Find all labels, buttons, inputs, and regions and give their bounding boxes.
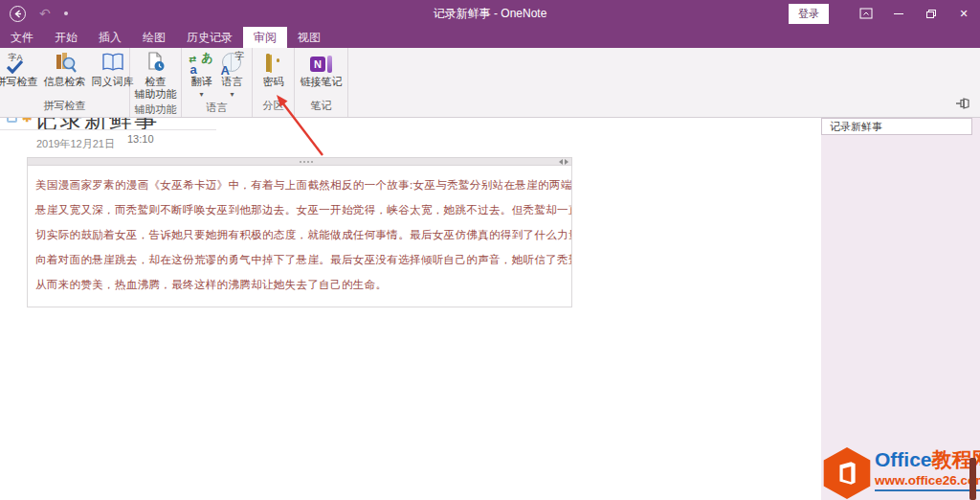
tab-history[interactable]: 历史记录 bbox=[176, 27, 243, 48]
watermark-red-bar bbox=[969, 458, 976, 500]
ribbon-group-notes: N 链接笔记 笔记 bbox=[295, 48, 348, 117]
tab-home[interactable]: 开始 bbox=[44, 27, 88, 48]
ribbon-group-section: 密码 分区 bbox=[253, 48, 295, 117]
page-time: 13:10 bbox=[127, 133, 154, 145]
translate-icon: ⇄ あ a bbox=[189, 53, 214, 76]
resize-horizontal-icon[interactable] bbox=[559, 159, 568, 165]
watermark-brand-en: Office bbox=[875, 448, 932, 470]
research-icon bbox=[54, 52, 77, 77]
spell-check-icon: 字A bbox=[6, 53, 29, 76]
tab-insert[interactable]: 插入 bbox=[88, 27, 132, 48]
titlebar: ↶ 记录新鲜事 - OneNote 登录 ✕ bbox=[0, 0, 980, 27]
window-controls: 登录 ✕ bbox=[789, 0, 980, 27]
ribbon-group-spelling: 字A 拼写检查 信息检索 bbox=[0, 48, 130, 117]
spell-check-label: 拼写检查 bbox=[0, 76, 38, 88]
translate-dropdown-icon[interactable]: ▾ bbox=[199, 90, 203, 99]
tab-file[interactable]: 文件 bbox=[0, 27, 44, 48]
ribbon-group-accessibility: 检查 辅助功能 辅助功能 bbox=[130, 48, 182, 117]
group-label-spelling: 拼写检查 bbox=[0, 98, 129, 117]
note-text-line: 从而来的赞美，热血沸腾，最终这样的沸腾却让她失去了自己的生命。 bbox=[35, 272, 564, 297]
page-list-panel: 记录新鲜事 bbox=[821, 118, 980, 500]
language-icon: A 字 bbox=[220, 53, 245, 76]
note-text-line: 美国漫画家罗素的漫画《女巫希卡迈》中，有着与上面截然相反的一个故事:女巫与秃鹫分… bbox=[35, 172, 564, 197]
signin-button[interactable]: 登录 bbox=[789, 4, 829, 24]
office-tutorial-logo-icon bbox=[821, 447, 873, 499]
watermark-url: www.office26.com bbox=[875, 472, 980, 491]
group-label-section: 分区 bbox=[253, 98, 294, 117]
note-body[interactable]: 美国漫画家罗素的漫画《女巫希卡迈》中，有着与上面截然相反的一个故事:女巫与秃鹫分… bbox=[27, 166, 572, 307]
onenote-window: ↶ 记录新鲜事 - OneNote 登录 ✕ 文件 开始 插入 绘图 历史记录 … bbox=[0, 0, 980, 500]
tab-view[interactable]: 视图 bbox=[287, 27, 331, 48]
check-accessibility-button[interactable]: 检查 辅助功能 bbox=[132, 52, 180, 102]
move-handle-icon[interactable] bbox=[300, 161, 301, 163]
linked-notes-button[interactable]: N 链接笔记 bbox=[298, 52, 345, 89]
tab-review[interactable]: 审阅 bbox=[243, 27, 287, 48]
title-divider bbox=[0, 129, 216, 130]
clipped-tag-icon: ✱ bbox=[22, 118, 33, 125]
watermark: Office教程网 www.office26.com bbox=[819, 446, 980, 500]
password-lock-icon bbox=[266, 56, 281, 73]
ribbon-tabs: 文件 开始 插入 绘图 历史记录 审阅 视图 bbox=[0, 27, 980, 48]
check-accessibility-label-1: 检查 bbox=[145, 76, 167, 88]
language-dropdown-icon[interactable]: ▾ bbox=[230, 90, 234, 99]
linked-notes-label: 链接笔记 bbox=[301, 76, 343, 88]
ribbon-display-options-icon[interactable] bbox=[850, 0, 882, 27]
translate-label: 翻译 bbox=[191, 76, 212, 88]
translate-button[interactable]: ⇄ あ a 翻译 ▾ bbox=[187, 52, 217, 100]
tab-draw[interactable]: 绘图 bbox=[132, 27, 176, 48]
accessibility-checker-icon bbox=[146, 52, 166, 77]
page-canvas[interactable]: ✱ 记录新鲜事 2019年12月21日 13:10 美国漫画家罗素的漫画《女巫希… bbox=[0, 118, 821, 500]
thesaurus-icon bbox=[101, 53, 124, 76]
page-tab-item[interactable]: 记录新鲜事 bbox=[821, 118, 972, 135]
note-text-line: 悬崖又宽又深，而秃鹫则不断呼唤女巫到他那边去。女巫一开始觉得，峡谷太宽，她跳不过… bbox=[35, 197, 564, 222]
password-button[interactable]: 密码 bbox=[260, 52, 287, 89]
note-text-line: 向着对面的悬崖跳去，却在这份荒谬的勇气中掉下了悬崖。最后女巫没有选择倾听自己的声… bbox=[35, 247, 564, 272]
thesaurus-button[interactable]: 同义词库 bbox=[89, 52, 137, 89]
page-date: 2019年12月21日 bbox=[36, 137, 115, 151]
group-label-language: 语言 bbox=[182, 100, 252, 119]
watermark-brand: Office教程网 bbox=[875, 448, 980, 471]
research-button[interactable]: 信息检索 bbox=[41, 52, 89, 89]
ribbon: 字A 拼写检查 信息检索 bbox=[0, 48, 980, 118]
research-label: 信息检索 bbox=[44, 76, 86, 88]
ribbon-group-language: ⇄ あ a 翻译 ▾ A 字 语言 ▾ 语言 bbox=[182, 48, 253, 117]
thesaurus-label: 同义词库 bbox=[92, 76, 134, 88]
group-label-notes: 笔记 bbox=[295, 98, 347, 117]
close-button[interactable]: ✕ bbox=[947, 0, 980, 27]
password-label: 密码 bbox=[263, 76, 284, 88]
restore-button[interactable] bbox=[915, 0, 947, 27]
note-container[interactable]: 美国漫画家罗素的漫画《女巫希卡迈》中，有着与上面截然相反的一个故事:女巫与秃鹫分… bbox=[27, 157, 572, 307]
check-accessibility-label-2: 辅助功能 bbox=[135, 88, 177, 101]
spell-check-button[interactable]: 字A 拼写检查 bbox=[0, 52, 41, 89]
onenote-logo-icon: N bbox=[310, 56, 332, 73]
clipped-notebook-icon bbox=[7, 118, 17, 123]
minimize-button[interactable] bbox=[882, 0, 915, 27]
language-button[interactable]: A 字 语言 ▾ bbox=[217, 52, 248, 100]
pin-pane-icon[interactable] bbox=[955, 96, 970, 113]
note-container-header[interactable] bbox=[27, 157, 572, 166]
note-text-line: 切实际的鼓励着女巫，告诉她只要她拥有积极的态度，就能做成任何事情。最后女巫仿佛真… bbox=[35, 222, 564, 247]
